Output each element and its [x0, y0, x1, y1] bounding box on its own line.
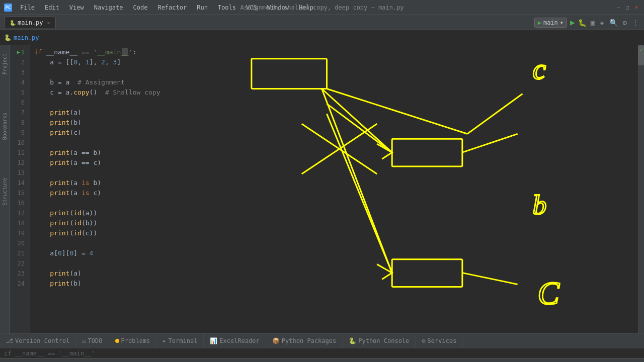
code-line-20 [34, 238, 634, 248]
problems-tab[interactable]: Problems [109, 333, 157, 348]
cursor [122, 48, 128, 56]
menu-tools[interactable]: Tools [214, 3, 240, 12]
python-packages-tab[interactable]: 📦 Python Packages [266, 333, 343, 348]
version-control-tab[interactable]: ⎇ Version Control [0, 333, 76, 348]
debug-button[interactable]: 🐛 [578, 19, 587, 27]
menu-file[interactable]: File [16, 3, 39, 12]
editor-toolbar: 🐍 main.py × ▶ main ▾ ▶ 🐛 ▣ ◈ 🔍 ⚙ ⋮ [0, 15, 644, 30]
menu-navigate[interactable]: Navigate [90, 3, 127, 12]
search-everywhere-button[interactable]: 🔍 [608, 18, 619, 28]
line-number-14: 14 [10, 178, 28, 188]
line-number-6: 6 [10, 98, 28, 108]
code-line-4: b = a # Assignment [34, 77, 634, 87]
code-editor[interactable]: ▶1 2 3 4 5 6 7 8 9 10 11 12 13 14 15 16 … [10, 45, 644, 333]
python-console-tab[interactable]: 🐍 Python Console [343, 333, 416, 348]
python-packages-label: Python Packages [282, 337, 336, 344]
services-tab[interactable]: ⚙ Services [416, 333, 463, 348]
code-line-7: print(a) [34, 108, 634, 118]
todo-tab[interactable]: ☑ TODO [76, 333, 109, 348]
services-icon: ⚙ [422, 337, 425, 344]
code-line-15: print(a is c) [34, 188, 634, 198]
line-number-5: 5 [10, 87, 28, 98]
line-number-16: 16 [10, 198, 28, 208]
todo-label: TODO [88, 337, 103, 344]
code-line-6 [34, 98, 634, 108]
window-title: Assignment, shallow copy, deep copy – ma… [240, 4, 404, 11]
code-line-19: print(id(c)) [34, 228, 634, 238]
line-number-2: 2 [10, 57, 28, 67]
menu-refactor[interactable]: Refactor [153, 3, 191, 12]
line-number-8: 8 [10, 118, 28, 128]
vcs-icon: ⎇ [6, 337, 13, 344]
run-controls: ▶ main ▾ ▶ 🐛 ▣ ◈ 🔍 ⚙ ⋮ [534, 18, 640, 28]
line-number-18: 18 [10, 218, 28, 228]
terminal-label: Terminal [169, 337, 198, 344]
python-file-icon: 🐍 [10, 20, 16, 26]
close-button[interactable]: × [633, 4, 640, 11]
line-number-22: 22 [10, 258, 28, 268]
app-icon: PC [4, 4, 12, 12]
line-number-20: 20 [10, 238, 28, 248]
structure-panel-tab[interactable]: Structure [1, 174, 9, 209]
menu-edit[interactable]: Edit [41, 3, 63, 12]
settings-button[interactable]: ⚙ [622, 18, 628, 28]
menu-view[interactable]: View [65, 3, 88, 12]
tab-close-button[interactable]: × [47, 20, 50, 26]
left-panel-sidebar: Project Bookmarks Structure [0, 45, 10, 333]
excel-reader-tab[interactable]: 📊 ExcelReader [204, 333, 266, 348]
run-button[interactable]: ▶ [570, 18, 575, 27]
breadcrumb-file: 🐍 main.py [4, 34, 39, 41]
breadcrumb-filename[interactable]: main.py [14, 34, 39, 41]
project-panel-tab[interactable]: Project [1, 49, 9, 78]
more-button[interactable]: ⋮ [631, 18, 640, 28]
maximize-button[interactable]: □ [624, 4, 631, 11]
code-line-13 [34, 168, 634, 178]
line-number-1: ▶1 [10, 47, 28, 57]
title-bar: PC File Edit View Navigate Code Refactor… [0, 0, 644, 15]
run-configuration[interactable]: ▶ main ▾ [534, 18, 567, 28]
status-bar: ⎇ main 25:13 CRLF UTF-8 4 spaces Python … [0, 358, 644, 362]
bookmarks-panel-tab[interactable]: Bookmarks [1, 109, 9, 144]
minimize-button[interactable]: – [615, 4, 622, 11]
line-number-4: 4 [10, 77, 28, 87]
bottom-code-preview: if __name__ == '__main__' [4, 350, 95, 357]
code-line-11: print(a == b) [34, 148, 634, 158]
code-line-18: print(id(b)) [34, 218, 634, 228]
code-line-12: print(a == c) [34, 158, 634, 168]
version-control-label: Version Control [15, 337, 69, 344]
vertical-scrollbar[interactable]: ✓ [638, 45, 644, 333]
editor-tab-main[interactable]: 🐍 main.py × [4, 17, 56, 28]
menu-code[interactable]: Code [129, 3, 152, 12]
line-number-24: 24 [10, 279, 28, 289]
code-line-10 [34, 138, 634, 148]
line-number-23: 23 [10, 268, 28, 279]
line-number-9: 9 [10, 128, 28, 138]
line-number-7: 7 [10, 108, 28, 118]
tab-label: main.py [18, 19, 43, 26]
window-controls: – □ × [615, 4, 640, 11]
code-line-14: print(a is b) [34, 178, 634, 188]
python-icon: 🐍 [4, 34, 12, 41]
code-line-16 [34, 198, 634, 208]
terminal-tab[interactable]: ▸ Terminal [156, 333, 204, 348]
run-config-dropdown-icon[interactable]: ▾ [560, 19, 564, 26]
bottom-tool-bar: ⎇ Version Control ☑ TODO Problems ▸ Term… [0, 333, 644, 348]
python-console-label: Python Console [358, 337, 409, 344]
problems-label: Problems [121, 337, 150, 344]
coverage-button[interactable]: ▣ [590, 18, 596, 28]
code-text-area[interactable]: if __name__ == '__main__': a = [[0, 1], … [30, 45, 638, 333]
code-line-22 [34, 258, 634, 268]
run-config-icon: ▶ [538, 19, 541, 26]
menu-run[interactable]: Run [193, 3, 212, 12]
packages-icon: 📦 [272, 337, 280, 344]
code-line-8: print(b) [34, 118, 634, 128]
code-line-21: a[0][0] = 4 [34, 248, 634, 258]
line-number-15: 15 [10, 188, 28, 198]
excel-reader-label: ExcelReader [219, 337, 259, 344]
profile-button[interactable]: ◈ [599, 18, 605, 28]
todo-icon: ☑ [82, 337, 86, 344]
editor-bottom-strip: if __name__ == '__main__' [0, 348, 644, 358]
code-line-9: print(c) [34, 128, 634, 138]
problems-dot [115, 339, 119, 343]
code-line-23: print(a) [34, 268, 634, 279]
